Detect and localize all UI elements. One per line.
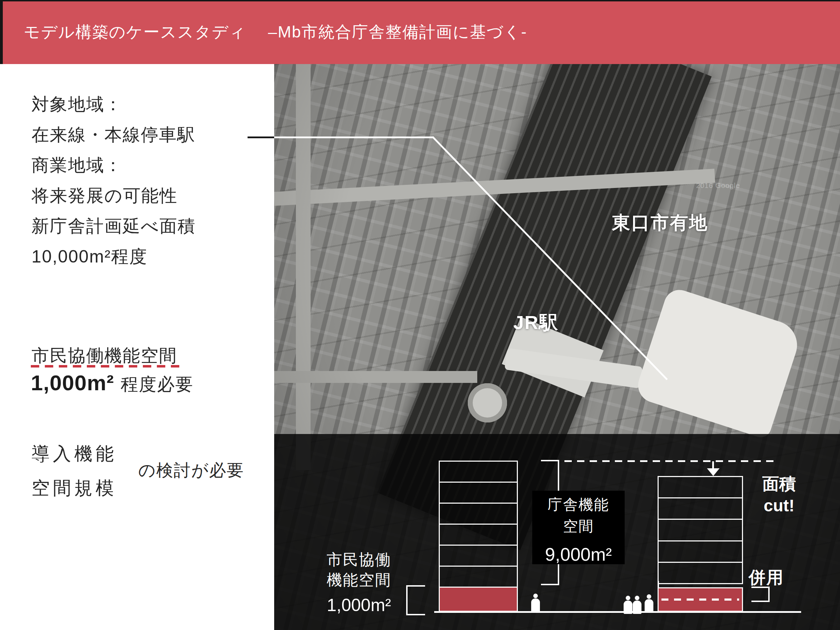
person-icon	[644, 594, 654, 613]
red-dashed-underline	[31, 365, 184, 367]
citizen-space-area: 1,000m²	[31, 371, 114, 395]
shared-use-label: 併用	[748, 566, 784, 589]
intro-line: 商業地域：	[32, 150, 263, 181]
floor-outline	[658, 476, 743, 498]
intro-line: 新庁舎計画延べ面積	[32, 211, 263, 241]
intro-line: 将来発展の可能性	[32, 181, 263, 211]
gov-space-line2: 空間	[532, 517, 625, 536]
area-cut-line1: 面積	[753, 473, 805, 495]
top-border	[0, 0, 840, 2]
left-building-stack	[439, 461, 518, 612]
citizen-space-caption: 市民協働 機能空間	[315, 550, 403, 590]
intro-line: 在来線・本線停車駅	[32, 120, 263, 150]
height-reference-dashed-line	[564, 460, 779, 462]
area-cut-label: 面積 cut!	[753, 473, 805, 517]
gov-space-line1: 庁舎機能	[532, 495, 625, 515]
floor-outline	[658, 562, 743, 584]
floor-outline	[658, 540, 743, 563]
floor-outline	[439, 545, 518, 567]
citizen-space-requirement: 1,000m² 程度必要	[31, 370, 193, 396]
gov-space-area: 9,000m²	[532, 544, 625, 565]
floor-outline	[439, 565, 518, 587]
intro-line: 対象地域：	[32, 89, 263, 120]
citizen-space-area-label: 1,000m²	[315, 595, 403, 615]
leader-line-black	[248, 137, 275, 138]
citizen-space-title: 市民協働機能空間	[32, 344, 177, 367]
caption-line: 市民協働	[315, 550, 403, 570]
shared-use-bracket	[752, 587, 770, 602]
gov-space-label-box: 庁舎機能 空間 9,000m²	[532, 491, 625, 564]
floor-outline	[439, 502, 518, 524]
right-building-stack	[658, 476, 743, 583]
floor-outline	[439, 461, 518, 483]
citizen-space-suffix: 程度必要	[120, 375, 193, 394]
station-label: JR駅	[513, 310, 559, 335]
down-arrow-icon	[707, 468, 720, 476]
outlined-floors-left	[439, 461, 518, 587]
site-label: 東口市有地	[612, 211, 708, 235]
shared-floor-red	[658, 587, 743, 612]
imagery-watermark: 2016 Google	[696, 182, 740, 190]
slide: モデル構築のケーススタディ –Mb市統合庁舎整備計画に基づく- 対象地域： 在来…	[0, 0, 840, 630]
intro-line: 10,000m²程度	[32, 241, 263, 272]
person-icon	[531, 594, 540, 612]
floor-outline	[439, 482, 518, 504]
floor-outline	[439, 524, 518, 546]
header-bar: モデル構築のケーススタディ –Mb市統合庁舎整備計画に基づく-	[0, 0, 840, 64]
outlined-floors-right	[658, 476, 743, 583]
leader-line-horizontal	[274, 137, 434, 138]
person-icon	[623, 596, 633, 614]
left-border	[0, 0, 3, 64]
study-suffix: の検討が必要	[138, 459, 244, 482]
ground-line	[434, 611, 801, 613]
study-item-scale: 空間規模	[32, 476, 117, 501]
down-arrow-stem	[712, 461, 714, 469]
caption-line: 機能空間	[315, 570, 403, 590]
shared-floor-dashed-line	[662, 598, 739, 601]
study-item-functions: 導入機能	[32, 442, 117, 466]
slide-title: モデル構築のケーススタディ –Mb市統合庁舎整備計画に基づく-	[0, 21, 527, 43]
person-icon	[632, 596, 642, 614]
citizen-floor-red	[439, 587, 518, 612]
area-cut-line2: cut!	[753, 495, 805, 517]
floor-outline	[658, 519, 743, 541]
citizen-floor-bracket	[406, 585, 425, 615]
site-conditions-text: 対象地域： 在来線・本線停車駅 商業地域： 将来発展の可能性 新庁舎計画延べ面積…	[32, 89, 263, 272]
floor-outline	[658, 497, 743, 520]
